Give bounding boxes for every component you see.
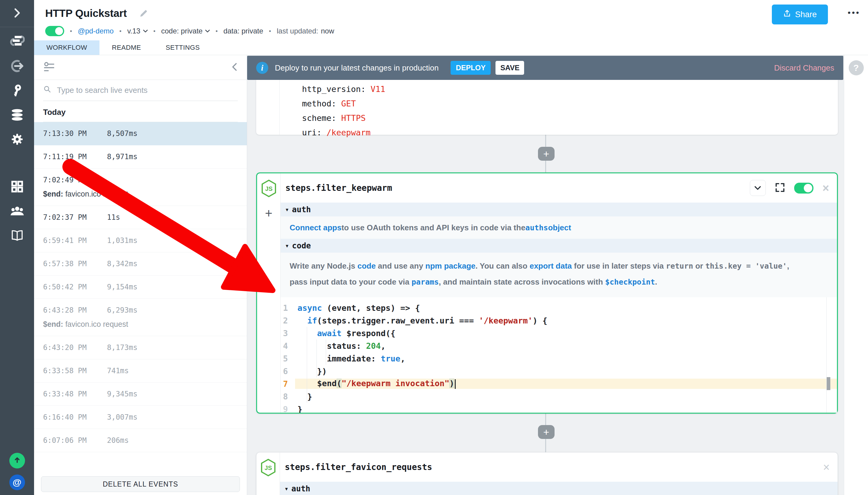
line-number: 9 (281, 405, 295, 413)
at-sign-icon: @ (13, 477, 21, 488)
event-property-row[interactable]: method: GET (302, 96, 838, 110)
workspace-members-nav[interactable] (0, 199, 34, 224)
auth-section-header[interactable]: ▼ auth (280, 482, 837, 495)
collapse-panel-icon[interactable] (231, 63, 238, 73)
code-line[interactable]: 9 } (281, 403, 837, 413)
property-value: GET (341, 99, 356, 108)
add-code-button[interactable]: + (265, 207, 273, 220)
auth-section-body[interactable]: Connect apps to use OAuth tokens and API… (281, 217, 837, 239)
event-time: 6:43:20 PM (43, 343, 107, 352)
event-row[interactable]: 6:33:48 PM 9,345ms (34, 382, 247, 406)
share-upload-icon (783, 9, 791, 20)
fullscreen-icon[interactable] (775, 182, 785, 194)
code-line[interactable]: 2 if(steps.trigger.raw_event.uri === '/k… (281, 314, 837, 327)
filter-keepwarm-step-card[interactable]: JS + steps.filter_keepwarm (256, 172, 838, 414)
close-step-icon[interactable]: × (823, 462, 830, 473)
event-row[interactable]: 7:02:49 PM $end: favicon.ico request (34, 169, 247, 206)
code-line[interactable]: 6 }) (281, 365, 837, 377)
line-content: if(steps.trigger.raw_event.uri === '/kee… (295, 316, 837, 325)
editor-scrollbar-thumb[interactable] (827, 377, 830, 390)
left-nav-rail: @ (0, 0, 34, 495)
trigger-step-card[interactable]: http_version: V11 method: GET scheme: HT… (256, 80, 838, 135)
event-row[interactable]: 6:59:41 PM 1,031ms (34, 229, 247, 252)
add-step-button[interactable]: + (538, 425, 555, 439)
line-number: 1 (281, 303, 295, 313)
event-row[interactable]: 7:02:37 PM 11s (34, 206, 247, 229)
step-title[interactable]: steps.filter_favicon_requests (285, 462, 432, 472)
line-content: $end("/keepwarm invocation") (295, 379, 837, 389)
filter-favicon-step-card[interactable]: JS steps.filter_favicon_requests × ▼ aut… (256, 452, 838, 495)
chevron-right-icon (13, 8, 22, 19)
docs-nav[interactable] (0, 224, 34, 248)
version-dropdown[interactable]: v.13 (127, 27, 148, 35)
event-row[interactable]: 6:57:38 PM 8,342ms (34, 252, 247, 275)
event-row[interactable]: 7:13:30 PM 8,507ms (34, 122, 247, 145)
chevron-down-icon (205, 30, 210, 33)
data-stores-nav[interactable] (0, 103, 34, 127)
delete-all-events-button[interactable]: DELETE ALL EVENTS (41, 476, 240, 492)
event-row[interactable]: 6:33:58 PM 741ms (34, 359, 247, 382)
page-title: HTTP Quickstart (45, 7, 127, 19)
code-line[interactable]: 5 immediate: true, (281, 352, 837, 365)
event-property-row[interactable]: scheme: HTTPS (302, 110, 838, 125)
event-property-row[interactable]: http_version: V11 (302, 82, 838, 96)
code-visibility-dropdown[interactable]: code: private (161, 27, 210, 35)
event-row[interactable]: 7:11:19 PM 8,971ms (34, 145, 247, 169)
event-time: 6:50:42 PM (43, 283, 107, 291)
tab[interactable]: WORKFLOW (34, 40, 100, 55)
event-row[interactable]: 6:07:06 PM 206ms (34, 429, 247, 452)
share-button[interactable]: Share (772, 4, 828, 24)
step-enabled-toggle[interactable] (794, 183, 813, 193)
mentions-button[interactable]: @ (9, 475, 25, 490)
expand-sidebar-button[interactable] (0, 0, 34, 27)
nodejs-icon: JS (260, 459, 276, 478)
trigger-event-preview: http_version: V11 method: GET scheme: HT… (280, 80, 838, 140)
pipedream-logo[interactable] (0, 27, 34, 54)
code-line[interactable]: 7 $end("/keepwarm invocation") (281, 377, 837, 390)
filter-events-icon[interactable] (43, 62, 55, 73)
close-step-icon[interactable]: × (822, 182, 829, 194)
add-step-button[interactable]: + (538, 147, 555, 161)
deploy-button[interactable]: DEPLOY (451, 61, 491, 75)
settings-nav[interactable] (0, 127, 34, 152)
chevron-down-icon (754, 186, 761, 190)
owner-link[interactable]: @pd-demo (78, 27, 114, 35)
event-row[interactable]: 6:43:20 PM 8,173ms (34, 336, 247, 359)
api-keys-nav[interactable] (0, 79, 34, 103)
event-time: 7:13:30 PM (43, 129, 107, 138)
line-number: 6 (281, 366, 295, 376)
event-row[interactable]: 6:50:42 PM 9,154ms (34, 275, 247, 299)
triangle-down-icon: ▼ (285, 207, 289, 212)
edit-title-pencil-icon[interactable] (139, 8, 149, 18)
code-line[interactable]: 4 status: 204, (281, 339, 837, 352)
event-row[interactable]: 6:43:28 PM 6,293ms $end: favicon.ico req… (34, 299, 247, 336)
save-button[interactable]: SAVE (496, 61, 524, 75)
code-section-header[interactable]: ▼ code (281, 239, 837, 253)
code-editor[interactable]: 1 async (event, steps) => { 2 if(steps.t… (281, 297, 837, 413)
workflow-active-toggle[interactable] (45, 26, 64, 36)
event-property-row[interactable]: uri: /keepwarm (302, 125, 838, 140)
overflow-menu-button[interactable]: ••• (848, 8, 860, 17)
tab[interactable]: SETTINGS (153, 40, 212, 55)
apps-nav[interactable] (0, 175, 34, 199)
arrow-up-icon (13, 456, 21, 465)
dot-separator: • (269, 28, 271, 35)
right-edge-strip: ? (844, 55, 868, 495)
auth-section-header[interactable]: ▼ auth (281, 203, 837, 217)
help-button[interactable]: ? (849, 60, 864, 75)
workflow-tabs: WORKFLOW README SETTINGS (34, 40, 212, 55)
tab[interactable]: README (100, 40, 153, 55)
editor-scrollbar-track (827, 297, 827, 413)
code-line[interactable]: 8 } (281, 390, 837, 403)
event-row[interactable]: 6:16:40 PM 3,007ms (34, 406, 247, 429)
code-line[interactable]: 3 await $respond({ (281, 327, 837, 339)
discard-changes-button[interactable]: Discard Changes (774, 63, 834, 73)
event-sources-nav[interactable] (0, 54, 34, 79)
collapse-step-button[interactable] (750, 180, 766, 196)
search-events-input[interactable]: Type to search live events (43, 80, 238, 101)
code-section-description: Write any Node.js code and use any npm p… (281, 253, 837, 297)
code-line[interactable]: 1 async (event, steps) => { (281, 302, 837, 314)
upgrade-button[interactable] (9, 453, 25, 468)
last-updated-label: last updated: (277, 27, 318, 35)
step-title[interactable]: steps.filter_keepwarm (285, 183, 392, 193)
